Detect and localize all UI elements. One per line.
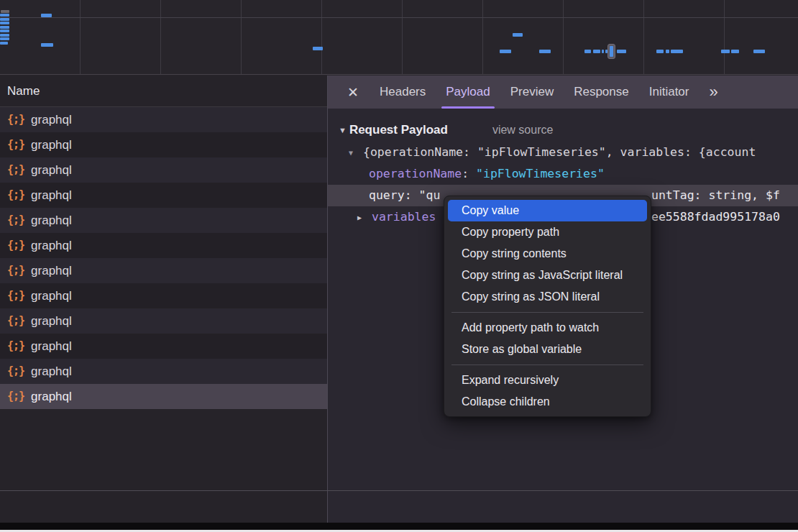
request-row-graphql[interactable]: {;}graphql <box>0 157 327 183</box>
request-row-graphql[interactable]: {;}graphql <box>0 258 327 283</box>
key-separator: : <box>405 188 419 202</box>
json-key: variables <box>372 210 436 224</box>
menu-divider <box>451 312 643 313</box>
request-row-graphql[interactable]: {;}graphql <box>0 334 327 359</box>
json-braces-icon: {;} <box>7 364 24 377</box>
selected-request-marker <box>607 44 615 59</box>
menu-item-copy-value[interactable]: Copy value <box>448 200 647 221</box>
request-name-label: graphql <box>31 138 72 152</box>
request-timing-bar <box>0 42 8 45</box>
overview-gridline <box>0 17 798 18</box>
tab-payload[interactable]: Payload <box>436 75 500 109</box>
menu-item-copy-string-as-javascript-literal[interactable]: Copy string as JavaScript literal <box>448 265 647 286</box>
json-braces-icon: {;} <box>7 289 24 302</box>
network-main-split: Name {;}graphql{;}graphql{;}graphql{;}gr… <box>0 75 798 523</box>
menu-item-add-property-path-to-watch[interactable]: Add property path to watch <box>448 317 647 339</box>
request-payload-section-header: ▼ Request Payload view source <box>328 119 798 142</box>
request-timing-bar <box>671 50 683 53</box>
json-braces-icon: {;} <box>7 138 24 151</box>
request-timing-bar <box>0 29 9 32</box>
menu-item-expand-recursively[interactable]: Expand recursively <box>448 370 647 391</box>
request-row-graphql[interactable]: {;}graphql <box>0 283 327 308</box>
payload-summary-row[interactable]: ▼ {operationName: "ipFlowTimeseries", va… <box>328 142 798 163</box>
json-string-value-left: "qu <box>419 188 441 202</box>
request-timing-bar <box>41 14 52 17</box>
operation-name-row[interactable]: operationName: "ipFlowTimeseries" <box>328 163 798 185</box>
menu-divider <box>451 364 643 365</box>
json-braces-icon: {;} <box>7 163 24 176</box>
json-braces-icon: {;} <box>7 339 24 352</box>
request-timing-bar <box>593 50 600 53</box>
close-icon[interactable]: ✕ <box>342 84 364 101</box>
request-timing-bar <box>721 50 730 53</box>
request-timing-bar <box>731 50 739 53</box>
json-key: query <box>369 188 405 202</box>
request-list-panel: Name {;}graphql{;}graphql{;}graphql{;}gr… <box>0 75 327 523</box>
request-timing-bar <box>0 26 9 29</box>
request-name-label: graphql <box>31 314 72 329</box>
double-chevron-icon[interactable]: » <box>705 83 717 101</box>
request-timing-bar <box>539 50 551 53</box>
collapse-triangle-icon[interactable]: ▼ <box>339 126 347 134</box>
request-row-graphql[interactable]: {;}graphql <box>0 107 327 132</box>
expand-triangle-icon[interactable]: ▶ <box>357 207 362 228</box>
request-name-label: graphql <box>31 264 72 278</box>
request-timing-bar <box>313 47 323 50</box>
variables-value-right: ee5588fdad995178a0 <box>651 206 780 228</box>
request-name-label: graphql <box>31 390 72 404</box>
request-row-graphql[interactable]: {;}graphql <box>0 308 327 334</box>
key-separator: : <box>462 167 476 180</box>
tab-headers[interactable]: Headers <box>370 75 436 109</box>
json-braces-icon: {;} <box>7 188 24 201</box>
request-row-graphql[interactable]: {;}graphql <box>0 132 327 157</box>
request-row-graphql[interactable]: {;}graphql <box>0 183 327 208</box>
context-menu: Copy valueCopy property pathCopy string … <box>444 196 651 417</box>
request-timing-bar <box>602 50 604 53</box>
tab-preview[interactable]: Preview <box>500 75 564 109</box>
request-timing-bar <box>0 18 9 21</box>
collapse-triangle-icon[interactable]: ▼ <box>349 142 353 163</box>
tab-initiator[interactable]: Initiator <box>639 75 700 109</box>
request-name-label: graphql <box>31 188 72 203</box>
request-timing-bar <box>1 10 9 13</box>
json-braces-icon: {;} <box>7 264 24 277</box>
network-overview-timeline[interactable] <box>0 0 798 75</box>
horizontal-divider <box>0 490 798 491</box>
request-timing-bar <box>41 43 53 47</box>
menu-item-copy-string-as-json-literal[interactable]: Copy string as JSON literal <box>448 286 647 308</box>
menu-item-store-as-global-variable[interactable]: Store as global variable <box>448 339 647 360</box>
request-timing-bar <box>753 50 765 53</box>
request-row-graphql[interactable]: {;}graphql <box>0 233 327 258</box>
bottom-bar <box>0 523 798 530</box>
name-column-header[interactable]: Name <box>0 75 327 107</box>
json-braces-icon: {;} <box>7 214 24 226</box>
request-rows: {;}graphql{;}graphql{;}graphql{;}graphql… <box>0 107 327 409</box>
request-row-graphql[interactable]: {;}graphql <box>0 208 327 233</box>
request-name-label: graphql <box>31 364 72 379</box>
request-name-label: graphql <box>31 239 72 253</box>
json-braces-icon: {;} <box>7 390 24 403</box>
request-timing-bar <box>513 33 523 37</box>
request-row-graphql[interactable]: {;}graphql <box>0 359 327 384</box>
menu-item-copy-string-contents[interactable]: Copy string contents <box>448 243 647 265</box>
menu-item-copy-property-path[interactable]: Copy property path <box>448 221 647 243</box>
request-timing-bar <box>656 50 664 53</box>
json-braces-icon: {;} <box>7 314 24 327</box>
request-timing-bar <box>0 34 9 37</box>
request-timing-bar <box>0 22 9 24</box>
json-key: operationName <box>369 167 462 180</box>
tab-response[interactable]: Response <box>564 75 639 109</box>
devtools-window: Name {;}graphql{;}graphql{;}graphql{;}gr… <box>0 0 798 532</box>
request-timing-bar <box>0 14 9 17</box>
view-source-link[interactable]: view source <box>492 124 553 137</box>
payload-summary-text: {operationName: "ipFlowTimeseries", vari… <box>363 145 756 159</box>
request-name-label: graphql <box>31 339 72 354</box>
name-column-label: Name <box>7 84 40 98</box>
request-timing-bar <box>666 50 669 53</box>
request-timing-bar <box>500 50 511 53</box>
request-name-label: graphql <box>31 113 72 127</box>
request-row-graphql[interactable]: {;}graphql <box>0 384 327 409</box>
json-braces-icon: {;} <box>7 113 24 126</box>
menu-item-collapse-children[interactable]: Collapse children <box>448 391 647 413</box>
request-timing-bar <box>617 50 626 53</box>
